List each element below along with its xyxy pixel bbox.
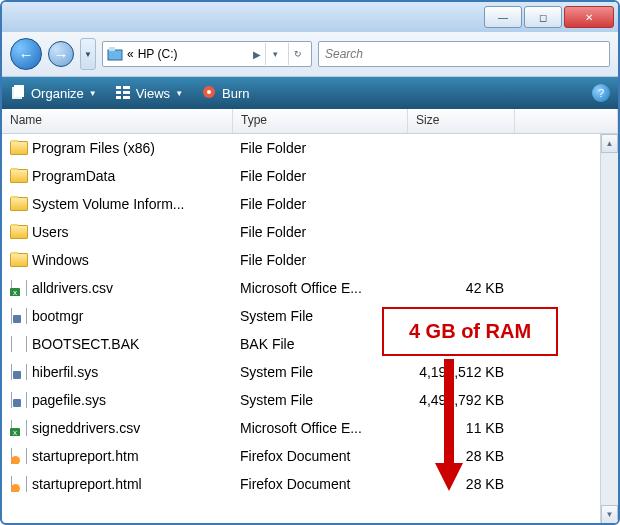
organize-menu[interactable]: Organize ▼: [10, 84, 97, 103]
sys-icon: [10, 308, 28, 324]
file-row[interactable]: pagefile.sysSystem File4,499,792 KB: [2, 386, 618, 414]
views-label: Views: [136, 86, 170, 101]
svg-rect-4: [116, 86, 121, 89]
file-type: File Folder: [232, 140, 406, 156]
column-headers: Name Type Size: [2, 109, 618, 134]
scroll-down-button[interactable]: ▼: [601, 505, 618, 524]
file-name: hiberfil.sys: [32, 364, 98, 380]
file-type: Microsoft Office E...: [232, 420, 406, 436]
annotation-text: 4 GB of RAM: [409, 320, 531, 343]
file-row[interactable]: UsersFile Folder: [2, 218, 618, 246]
excel-icon: [10, 280, 28, 296]
folder-icon: [10, 252, 28, 268]
svg-rect-8: [123, 91, 130, 94]
file-row[interactable]: startupreport.htmFirefox Document28 KB: [2, 442, 618, 470]
file-size: 42 KB: [406, 280, 512, 296]
file-type: File Folder: [232, 252, 406, 268]
file-name: startupreport.htm: [32, 448, 139, 464]
folder-icon: [10, 224, 28, 240]
svg-rect-7: [123, 86, 130, 89]
sys-icon: [10, 364, 28, 380]
file-row[interactable]: signeddrivers.csvMicrosoft Office E...11…: [2, 414, 618, 442]
file-type: System File: [232, 392, 406, 408]
explorer-window: — ◻ ✕ ← → ▼ « HP (C:) ▶ ▾ ↻ Search Organ…: [0, 0, 620, 525]
chevron-down-icon: ▼: [89, 89, 97, 98]
minimize-button[interactable]: —: [484, 6, 522, 28]
svg-point-11: [207, 90, 211, 94]
file-type: System File: [232, 364, 406, 380]
file-row[interactable]: alldrivers.csvMicrosoft Office E...42 KB: [2, 274, 618, 302]
file-type: File Folder: [232, 224, 406, 240]
folder-icon: [10, 140, 28, 156]
file-type: BAK File: [232, 336, 406, 352]
file-name: alldrivers.csv: [32, 280, 113, 296]
file-row[interactable]: System Volume Inform...File Folder: [2, 190, 618, 218]
address-prefix: «: [127, 47, 134, 61]
scrollbar[interactable]: ▲ ▼: [600, 134, 618, 524]
views-menu[interactable]: Views ▼: [115, 84, 183, 103]
file-name: pagefile.sys: [32, 392, 106, 408]
file-name: Windows: [32, 252, 89, 268]
header-name[interactable]: Name: [2, 109, 233, 133]
file-type: File Folder: [232, 168, 406, 184]
folder-icon: [10, 168, 28, 184]
file-row[interactable]: startupreport.htmlFirefox Document28 KB: [2, 470, 618, 498]
file-type: Microsoft Office E...: [232, 280, 406, 296]
file-type: File Folder: [232, 196, 406, 212]
organize-icon: [10, 84, 26, 103]
titlebar: — ◻ ✕: [2, 2, 618, 32]
folder-icon: [10, 196, 28, 212]
excel-icon: [10, 420, 28, 436]
file-list: Program Files (x86)File FolderProgramDat…: [2, 134, 618, 524]
fx-icon: [10, 448, 28, 464]
file-row[interactable]: Program Files (x86)File Folder: [2, 134, 618, 162]
burn-label: Burn: [222, 86, 249, 101]
history-dropdown[interactable]: ▼: [80, 38, 96, 70]
header-size[interactable]: Size: [408, 109, 515, 133]
chevron-down-icon: ▼: [175, 89, 183, 98]
file-name: bootmgr: [32, 308, 83, 324]
sys-icon: [10, 392, 28, 408]
views-icon: [115, 84, 131, 103]
burn-icon: [201, 84, 217, 103]
svg-rect-6: [116, 96, 121, 99]
file-name: ProgramData: [32, 168, 115, 184]
address-bar[interactable]: « HP (C:) ▶ ▾ ↻: [102, 41, 312, 67]
file-row[interactable]: ProgramDataFile Folder: [2, 162, 618, 190]
annotation-box: 4 GB of RAM: [382, 307, 558, 356]
file-name: signeddrivers.csv: [32, 420, 140, 436]
address-sep: ▶: [253, 49, 261, 60]
svg-rect-0: [108, 50, 122, 60]
file-row[interactable]: hiberfil.sysSystem File4,193,512 KB: [2, 358, 618, 386]
file-name: System Volume Inform...: [32, 196, 185, 212]
svg-rect-5: [116, 91, 121, 94]
nav-bar: ← → ▼ « HP (C:) ▶ ▾ ↻ Search: [2, 32, 618, 77]
toolbar: Organize ▼ Views ▼ Burn ?: [2, 77, 618, 109]
maximize-button[interactable]: ◻: [524, 6, 562, 28]
svg-rect-3: [14, 85, 24, 97]
location-icon: [107, 46, 123, 62]
file-row[interactable]: WindowsFile Folder: [2, 246, 618, 274]
refresh-button[interactable]: ↻: [288, 43, 307, 65]
organize-label: Organize: [31, 86, 84, 101]
search-input[interactable]: Search: [318, 41, 610, 67]
file-type: System File: [232, 308, 406, 324]
back-button[interactable]: ←: [10, 38, 42, 70]
file-type: Firefox Document: [232, 476, 406, 492]
close-button[interactable]: ✕: [564, 6, 614, 28]
file-name: Users: [32, 224, 69, 240]
burn-button[interactable]: Burn: [201, 84, 249, 103]
svg-rect-1: [109, 47, 115, 51]
file-type: Firefox Document: [232, 448, 406, 464]
svg-rect-9: [123, 96, 130, 99]
header-type[interactable]: Type: [233, 109, 408, 133]
file-name: BOOTSECT.BAK: [32, 336, 139, 352]
address-text: HP (C:): [138, 47, 249, 61]
forward-button[interactable]: →: [48, 41, 74, 67]
scroll-up-button[interactable]: ▲: [601, 134, 618, 153]
address-dropdown[interactable]: ▾: [265, 43, 284, 65]
help-button[interactable]: ?: [592, 84, 610, 102]
annotation-arrow: [438, 359, 460, 491]
header-spacer: [515, 109, 618, 133]
file-name: Program Files (x86): [32, 140, 155, 156]
